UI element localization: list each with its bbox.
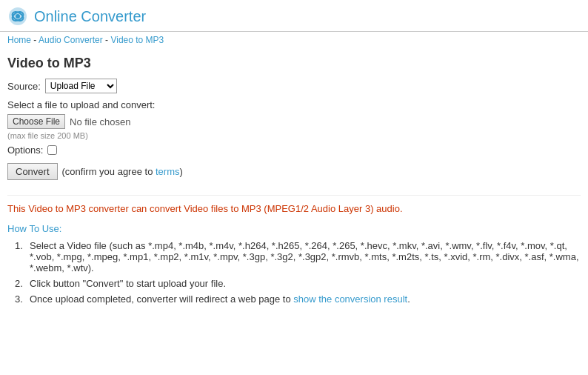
description-section: This Video to MP3 converter can convert …	[7, 195, 581, 305]
options-row: Options:	[7, 145, 581, 156]
source-select[interactable]: Upload File URL Google Drive Dropbox	[45, 79, 117, 93]
step-3-num: 3.	[15, 293, 30, 305]
how-to-label: How To Use:	[7, 223, 581, 234]
description-text: This Video to MP3 converter can convert …	[7, 203, 581, 214]
site-logo-icon	[7, 6, 28, 27]
confirm-text: (confirm you agree to terms)	[62, 166, 183, 177]
confirm-prefix: (confirm you agree to	[62, 166, 156, 177]
convert-row: Convert (confirm you agree to terms)	[7, 163, 581, 180]
file-row: Choose File No file chosen	[7, 114, 581, 129]
max-file-size: (max file size 200 MB)	[7, 131, 581, 140]
breadcrumb-audio-converter[interactable]: Audio Converter	[39, 35, 103, 45]
confirm-close: )	[179, 166, 182, 177]
source-label: Source:	[7, 81, 41, 92]
site-title: Online Converter	[34, 8, 146, 25]
choose-file-button[interactable]: Choose File	[7, 114, 65, 129]
step-1-num: 1.	[15, 240, 30, 251]
breadcrumb-video-to-mp3[interactable]: Video to MP3	[110, 35, 164, 45]
step-2: 2. Click button "Convert" to start uploa…	[15, 278, 581, 289]
svg-point-3	[16, 14, 20, 19]
step-3: 3. Once upload completed, converter will…	[15, 293, 581, 305]
site-header: Online Converter	[0, 0, 588, 32]
options-checkbox[interactable]	[47, 145, 57, 155]
breadcrumb: Home - Audio Converter - Video to MP3	[0, 32, 588, 48]
step-2-text: Click button "Convert" to start upload y…	[30, 278, 581, 289]
steps-list: 1. Select a Video file (such as *.mp4, *…	[7, 240, 581, 305]
terms-link[interactable]: terms	[156, 166, 180, 177]
main-content: Video to MP3 Source: Upload File URL Goo…	[0, 48, 588, 316]
convert-button[interactable]: Convert	[7, 163, 58, 180]
step-2-num: 2.	[15, 278, 30, 289]
step-1: 1. Select a Video file (such as *.mp4, *…	[15, 240, 581, 273]
step-1-text: Select a Video file (such as *.mp4, *.m4…	[30, 240, 581, 273]
source-row: Source: Upload File URL Google Drive Dro…	[7, 79, 581, 93]
options-label: Options:	[7, 145, 43, 156]
step-3-text: Once upload completed, converter will re…	[30, 293, 581, 305]
no-file-text: No file chosen	[70, 116, 130, 127]
page-title: Video to MP3	[7, 56, 581, 71]
select-file-label: Select a file to upload and convert:	[7, 99, 581, 110]
breadcrumb-home[interactable]: Home	[7, 35, 31, 45]
